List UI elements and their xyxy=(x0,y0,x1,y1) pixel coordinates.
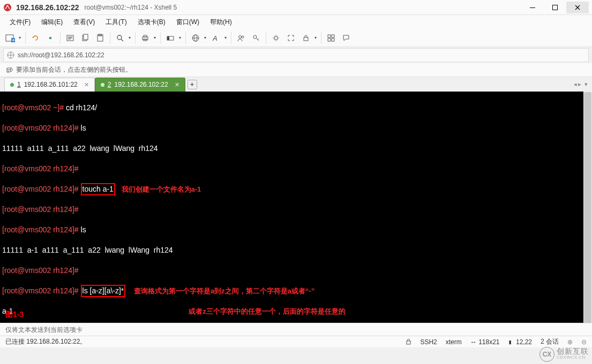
new-tab-button[interactable] xyxy=(3,31,17,45)
tab-close-icon[interactable]: ✕ xyxy=(84,81,89,88)
status-sessions: 2 会话 xyxy=(541,337,559,346)
svg-rect-16 xyxy=(167,36,169,40)
menu-window[interactable]: 窗口(W) xyxy=(172,16,204,28)
tab-session-2[interactable]: 2 192.168.26.102:22 ✕ xyxy=(95,78,185,92)
copy-button[interactable] xyxy=(78,31,92,45)
tab-label: 192.168.26.101:22 xyxy=(24,81,78,88)
font-button[interactable]: A xyxy=(209,31,223,45)
tab-nav-left-icon[interactable]: ◂ xyxy=(574,81,577,88)
svg-rect-10 xyxy=(99,34,102,36)
terminal-scrollbar[interactable] xyxy=(583,92,592,323)
properties-button[interactable] xyxy=(63,31,77,45)
tab-label: 192.168.26.102:22 xyxy=(114,81,168,88)
paste-button[interactable] xyxy=(93,31,107,45)
svg-rect-2 xyxy=(553,5,558,10)
users-button[interactable] xyxy=(234,31,248,45)
globe-dropdown[interactable]: ▾ xyxy=(203,31,208,45)
arrow-icon[interactable] xyxy=(5,66,13,74)
status-term: xterm xyxy=(446,338,462,346)
svg-rect-30 xyxy=(407,341,410,344)
earth-icon xyxy=(7,51,14,59)
svg-point-21 xyxy=(242,36,244,38)
menu-file[interactable]: 文件(F) xyxy=(5,16,35,28)
svg-rect-8 xyxy=(84,34,88,40)
svg-point-23 xyxy=(274,36,278,40)
tiles-button[interactable] xyxy=(324,31,338,45)
watermark-py: CDXWCX.CN xyxy=(557,354,589,361)
tab-num: 1 xyxy=(17,81,21,88)
search-button[interactable] xyxy=(113,31,127,45)
color-dropdown[interactable]: ▾ xyxy=(177,31,183,45)
chat-button[interactable] xyxy=(339,31,353,45)
status-size: 118x21 xyxy=(478,338,499,346)
search-dropdown[interactable]: ▾ xyxy=(127,31,132,45)
close-button[interactable] xyxy=(566,2,589,13)
svg-point-20 xyxy=(239,35,242,38)
menu-view[interactable]: 查看(V) xyxy=(69,16,99,28)
hint-bar: 要添加当前会话，点击左侧的箭头按钮。 xyxy=(0,63,592,77)
print-button[interactable] xyxy=(138,31,152,45)
lock-icon xyxy=(406,339,411,345)
new-tab-dropdown[interactable]: ▾ xyxy=(17,31,23,45)
svg-rect-26 xyxy=(332,35,334,37)
status-ssh: SSH2 xyxy=(420,338,437,346)
status-dot-icon xyxy=(10,83,14,87)
window-title-sub: root@vms002:~/rh124 - Xshell 5 xyxy=(85,4,177,11)
tab-close-icon[interactable]: ✕ xyxy=(175,81,179,88)
settings-button[interactable] xyxy=(269,31,283,45)
hint-text: 要添加当前会话，点击左侧的箭头按钮。 xyxy=(16,65,132,74)
status-bar: 已连接 192.168.26.102:22。 SSH2 xterm ↔ 118x… xyxy=(0,336,592,347)
menu-edit[interactable]: 编辑(E) xyxy=(37,16,67,28)
lock-dropdown[interactable]: ▾ xyxy=(313,31,318,45)
resize-icon: ↔ xyxy=(470,338,478,346)
annotation-create: 我们创建一个文件名为a-1 xyxy=(122,185,201,193)
svg-point-11 xyxy=(117,35,122,40)
font-dropdown[interactable]: ▾ xyxy=(223,31,228,45)
menu-help[interactable]: 帮助(H) xyxy=(206,16,236,28)
disconnect-button[interactable] xyxy=(43,31,57,45)
color-button[interactable] xyxy=(163,31,177,45)
watermark-zh: 创新互联 xyxy=(557,348,589,354)
url-bar[interactable]: ssh://root@192.168.26.102:22 xyxy=(3,48,589,62)
maximize-button[interactable] xyxy=(544,2,566,13)
tab-session-1[interactable]: 1 192.168.26.101:22 ✕ xyxy=(4,78,95,92)
minimize-button[interactable] xyxy=(521,2,544,13)
svg-rect-25 xyxy=(328,35,331,37)
highlight-box: touch a-1 xyxy=(81,183,115,195)
tab-add-button[interactable]: + xyxy=(188,80,197,89)
annotation-query-1: 查询格式为第一个字符是a到z之间，第二个字符是a或者“-” xyxy=(134,287,314,295)
annotation-query-2: 或者z三个字符中的任意一个，后面的字符是任意的 xyxy=(189,307,346,315)
svg-rect-5 xyxy=(49,37,51,39)
tab-nav-menu-icon[interactable]: ▾ xyxy=(584,81,588,88)
globe-button[interactable] xyxy=(189,31,203,45)
status-pos: 12,22 xyxy=(516,338,532,346)
status-plus-icon[interactable]: ⊕ xyxy=(567,338,573,346)
svg-rect-13 xyxy=(144,35,147,37)
status-conn: 已连接 192.168.26.102:22。 xyxy=(5,337,86,346)
watermark-logo: CX xyxy=(539,347,554,362)
window-title-main: 192.168.26.102:22 xyxy=(16,3,79,12)
tab-num: 2 xyxy=(108,81,111,88)
svg-rect-24 xyxy=(304,37,308,41)
svg-rect-27 xyxy=(328,39,331,41)
menu-tools[interactable]: 工具(T) xyxy=(101,16,131,28)
toolbar: ▾ ▾ ▾ ▾ ▾ A ▾ ▾ xyxy=(0,29,592,47)
print-dropdown[interactable]: ▾ xyxy=(152,31,158,45)
title-bar: 192.168.26.102:22 root@vms002:~/rh124 - … xyxy=(0,0,592,15)
send-text-bar[interactable]: 仅将文本发送到当前选项卡 xyxy=(0,323,592,336)
cursor-icon: ▮ xyxy=(508,338,516,346)
menu-tab[interactable]: 选项卡(B) xyxy=(133,16,170,28)
url-text: ssh://root@192.168.26.102:22 xyxy=(18,51,104,59)
highlight-box: ls [a-z][a\-z]* xyxy=(81,285,126,297)
fullscreen-button[interactable] xyxy=(284,31,298,45)
terminal[interactable]: [root@vms002 ~]# cd rh124/ [root@vms002 … xyxy=(0,92,592,323)
svg-text:A: A xyxy=(212,34,218,42)
status-minus-icon[interactable]: ⊖ xyxy=(581,338,587,346)
window-controls xyxy=(521,2,589,13)
reconnect-button[interactable] xyxy=(28,31,42,45)
key-button[interactable] xyxy=(249,31,263,45)
tab-nav-right-icon[interactable]: ▸ xyxy=(578,81,581,88)
tab-bar: 1 192.168.26.101:22 ✕ 2 192.168.26.102:2… xyxy=(0,77,592,92)
lock-button[interactable] xyxy=(299,31,313,45)
svg-rect-28 xyxy=(332,39,334,41)
